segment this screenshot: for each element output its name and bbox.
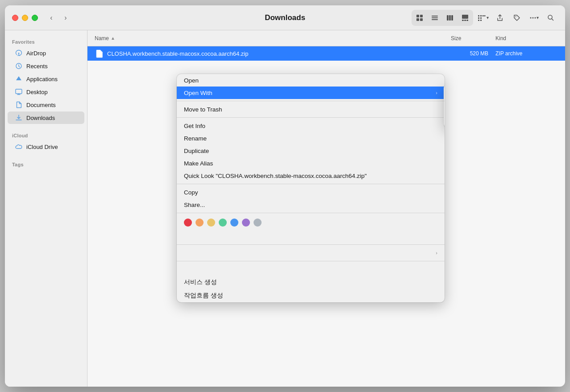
menu-separator [177,244,445,245]
menu-item-service3[interactable]: 작업흐름 생성 [177,289,445,302]
sidebar-item-recents[interactable]: Recents [8,60,84,72]
documents-icon [15,101,23,109]
tag-button[interactable] [510,11,524,25]
sidebar: Favorites AirDrop [5,30,87,387]
svg-rect-5 [432,17,438,18]
svg-point-20 [516,16,516,17]
content-area: Favorites AirDrop [5,30,565,387]
column-view-button[interactable] [443,11,457,25]
menu-item-quick-actions[interactable]: › [177,247,445,259]
submenu-separator [444,101,445,101]
svg-point-22 [532,17,533,18]
tag-purple[interactable] [242,219,250,227]
svg-rect-13 [466,20,468,21]
gallery-view-button[interactable] [458,11,472,25]
maximize-button[interactable] [32,15,38,21]
close-button[interactable] [12,15,18,21]
sidebar-item-downloads[interactable]: Downloads [8,111,84,124]
menu-separator [177,213,445,213]
context-menu: Open Open With › Move to Trash Get Info [177,74,445,302]
menu-item-quick-look[interactable]: Quick Look "CLOSHA.workbench.stable-maco… [177,169,445,182]
svg-rect-4 [432,16,438,17]
recents-icon [15,62,23,70]
tags-label: Tags [5,158,87,169]
tags-color-row [177,215,445,230]
sidebar-item-airdrop[interactable]: AirDrop [8,47,84,59]
sidebar-item-desktop[interactable]: Desktop [8,86,84,98]
nav-buttons: ‹ › [45,12,72,24]
svg-rect-16 [478,20,479,21]
tag-red[interactable] [184,219,192,227]
sidebar-item-label: Downloads [26,115,55,121]
tag-orange[interactable] [196,219,204,227]
menu-item-get-info[interactable]: Get Info [177,120,445,132]
finder-window: ‹ › Downloads [5,5,565,387]
svg-rect-1 [420,15,423,17]
minimize-button[interactable] [22,15,28,21]
chevron-right-icon: › [436,250,437,256]
window-title: Downloads [265,13,305,22]
sidebar-item-icloud-drive[interactable]: iCloud Drive [8,140,84,153]
svg-rect-14 [478,15,479,17]
menu-item-open-with[interactable]: Open With › [177,87,445,99]
tag-green[interactable] [219,219,227,227]
submenu-item-archive-utility[interactable]: Archive Utility (default) [444,84,445,99]
sidebar-item-applications[interactable]: Applications [8,73,84,85]
menu-item-move-trash[interactable]: Move to Trash [177,103,445,116]
sidebar-item-label: iCloud Drive [26,144,58,150]
menu-item-make-alias[interactable]: Make Alias [177,157,445,169]
back-button[interactable]: ‹ [45,12,58,24]
sidebar-item-label: Documents [26,102,56,108]
sidebar-item-label: Recents [26,63,48,70]
svg-point-21 [530,17,531,18]
svg-rect-18 [480,17,482,19]
tag-gray[interactable] [254,219,262,227]
more-button[interactable]: ▾ [527,11,541,25]
svg-rect-9 [451,15,453,21]
svg-rect-7 [447,15,449,21]
svg-rect-0 [416,15,419,17]
list-view-button[interactable] [428,11,442,25]
view-buttons [412,10,473,26]
main-area: Name ▲ Size Kind [87,30,565,387]
svg-rect-19 [480,20,482,21]
svg-rect-6 [432,19,438,20]
menu-item-copy[interactable]: Copy [177,186,445,198]
traffic-lights [12,15,38,21]
context-menu-overlay: Open Open With › Move to Trash Get Info [87,30,565,387]
svg-rect-15 [478,17,479,19]
downloads-icon [15,114,23,122]
menu-separator [177,117,445,118]
toolbar-right: ▾ ▾ [412,10,558,26]
forward-button[interactable]: › [59,12,72,24]
svg-rect-11 [462,20,464,21]
menu-separator [177,261,445,261]
svg-rect-8 [449,15,451,21]
search-button[interactable] [544,11,558,25]
menu-separator [177,101,445,101]
airdrop-icon [15,49,23,57]
svg-rect-2 [416,18,419,21]
svg-rect-17 [480,15,482,17]
tag-blue[interactable] [230,219,238,227]
share-button[interactable] [493,11,507,25]
menu-item-tags[interactable] [177,230,445,243]
menu-item-rename[interactable]: Rename [177,132,445,144]
tag-yellow[interactable] [207,219,215,227]
submenu-item-app-store[interactable]: App Store... [444,103,445,116]
svg-rect-27 [16,89,22,94]
favorites-label: Favorites [5,36,87,46]
group-button[interactable]: ▾ [476,11,490,25]
sidebar-item-label: AirDrop [26,50,46,57]
sidebar-item-documents[interactable]: Documents [8,99,84,111]
icon-view-button[interactable] [412,11,427,25]
applications-icon [15,75,23,83]
sidebar-item-label: Desktop [26,89,48,95]
menu-item-service1[interactable] [177,263,445,276]
menu-item-share[interactable]: Share... [177,198,445,211]
desktop-icon [15,88,23,96]
menu-item-service2[interactable]: 서비스 생성 [177,276,445,289]
menu-item-duplicate[interactable]: Duplicate [177,144,445,157]
svg-rect-3 [420,18,423,21]
menu-item-open[interactable]: Open [177,74,445,87]
